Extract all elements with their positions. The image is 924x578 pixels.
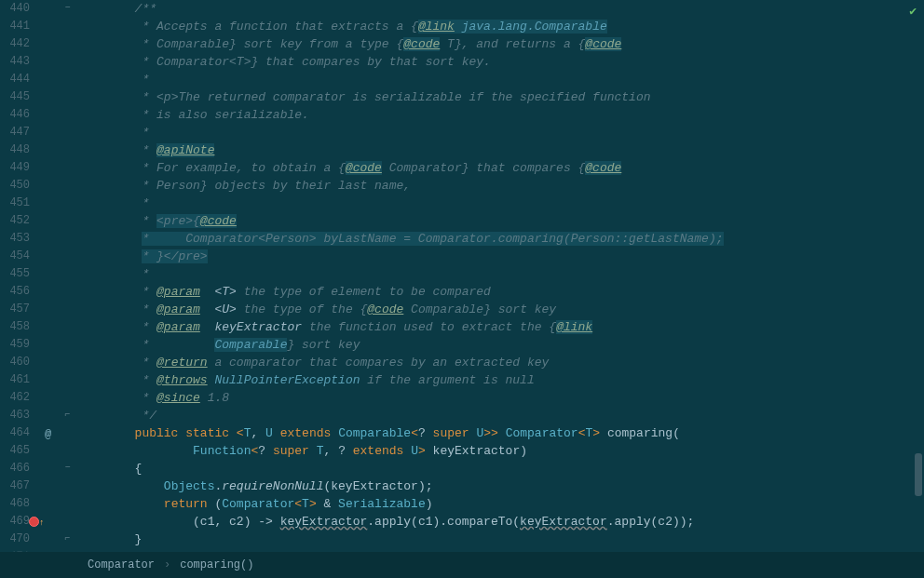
code-line: 444 * [0,71,924,88]
code-line: 453 * Comparator<Person> byLastName = Co… [0,230,924,248]
code-line: 468 return (Comparator<T> & Serializable… [0,495,924,513]
fold-collapse-icon[interactable]: ⌐ [63,410,72,419]
breadcrumb-class[interactable]: Comparator [78,558,164,571]
code-line: 455 * [0,265,924,283]
code-line: 450 * Person} objects by their last name… [0,177,924,195]
code-line: 445 * <p>The returned comparator is seri… [0,88,924,106]
breadcrumb[interactable]: Comparator › comparing() [0,552,924,578]
code-line: 467 Objects.requireNonNull(keyExtractor)… [0,477,924,495]
code-line: 463⌐ */ [0,407,924,424]
code-line: 452 * <pre>{@code [0,212,924,230]
code-line: 460 * @return a comparator that compares… [0,354,924,371]
code-line: 446 * is also serializable. [0,106,924,124]
fold-collapse-icon[interactable]: − [63,464,72,472]
code-line: 469↑ (c1, c2) -> keyExtractor.apply(c1).… [0,513,924,531]
fold-collapse-icon[interactable]: ⌐ [63,534,72,543]
fold-collapse-icon[interactable]: − [63,4,72,12]
code-line: 442 * Comparable} sort key from a type {… [0,35,924,53]
code-line: 459 * Comparable} sort key [0,336,924,354]
code-line: 470⌐ } [0,531,924,548]
code-line: 462 * @since 1.8 [0,389,924,407]
gutter[interactable]: − [37,0,82,18]
code-line: 451 * [0,195,924,212]
code-line: 454 * }</pre> [0,248,924,265]
code-line: 448 * @apiNote [0,141,924,159]
code-line: 458 * @param keyExtractor the function u… [0,318,924,336]
code-editor[interactable]: 440− /** 441 * Accepts a function that e… [0,0,924,552]
code-line: 441 * Accepts a function that extracts a… [0,18,924,35]
code-line: 447 * [0,124,924,141]
code-line: 456 * @param <T> the type of element to … [0,283,924,301]
breadcrumb-method[interactable]: comparing() [170,558,263,571]
code-line: 465 Function<? super T, ? extends U> key… [0,442,924,460]
breakpoint-icon[interactable] [29,517,39,527]
chevron-right-icon: › [164,558,170,571]
code-line: 449 * For example, to obtain a {@code Co… [0,159,924,177]
code-line: 440− /** [0,0,924,18]
code-line: 466− { [0,460,924,477]
line-number: 440 [0,0,37,18]
code-line: 443 * Comparator<T>} that compares by th… [0,53,924,71]
vertical-scrollbar[interactable] [915,453,922,496]
inspection-ok-icon[interactable]: ✔ [909,4,917,19]
code-line: 464@ public static <T, U extends Compara… [0,424,924,442]
code-line: 457 * @param <U> the type of the {@code … [0,301,924,318]
code-line: 461 * @throws NullPointerException if th… [0,371,924,389]
